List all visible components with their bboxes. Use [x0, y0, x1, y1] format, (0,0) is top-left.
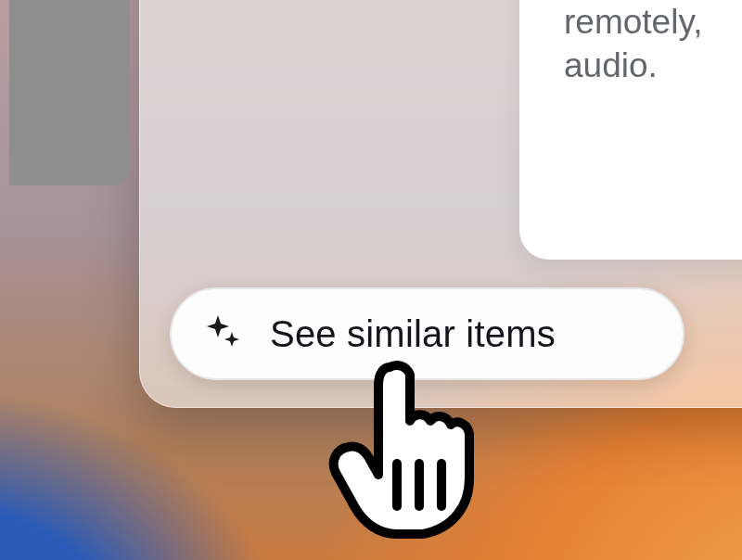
stage: remotely, audio. See similar items — [0, 0, 742, 560]
see-similar-items-label: See similar items — [270, 313, 556, 355]
description-text: remotely, audio. — [564, 0, 742, 88]
see-similar-items-button[interactable]: See similar items — [170, 287, 684, 380]
sparkle-icon — [199, 310, 248, 358]
product-image-placeholder — [9, 0, 130, 185]
